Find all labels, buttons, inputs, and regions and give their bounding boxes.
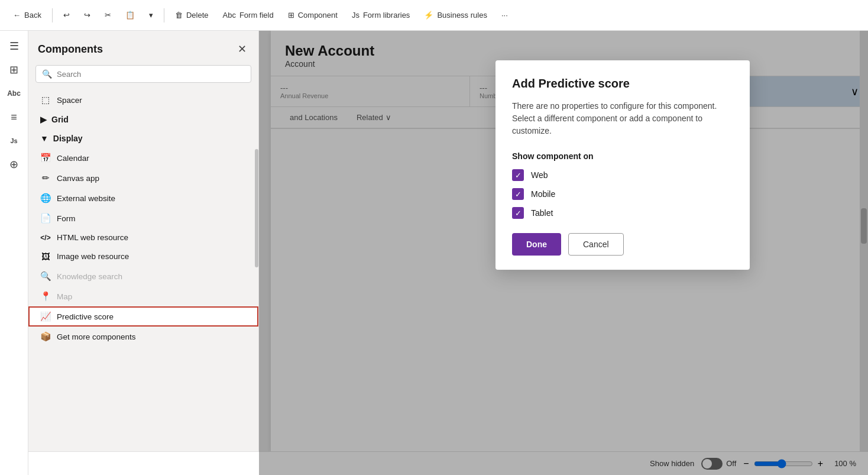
delete-icon: 🗑 [175, 11, 183, 20]
form-libraries-label: Form libraries [363, 11, 410, 20]
delete-button[interactable]: 🗑 Delete [169, 7, 215, 23]
sidebar-group-display[interactable]: ▼ Display [28, 129, 258, 148]
sidebar-item-map[interactable]: 📍 Map [28, 286, 258, 306]
cut-icon: ✂ [105, 11, 111, 20]
undo-icon: ↩ [63, 11, 70, 20]
search-icon: 🔍 [42, 69, 52, 79]
image-icon: 🖼 [40, 251, 51, 261]
sidebar-close-button[interactable]: ✕ [235, 40, 249, 58]
sidebar-item-get-more-label: Get more components [57, 332, 136, 341]
component-label: Component [298, 11, 338, 20]
toolbar: ← Back ↩ ↪ ✂ 📋 ▾ 🗑 Delete Abc Form field… [0, 0, 868, 31]
sidebar-search-container: 🔍 [35, 65, 251, 83]
dialog-actions: Done Cancel [512, 233, 733, 256]
tablet-checkbox[interactable]: ✓ [512, 207, 524, 219]
done-button[interactable]: Done [512, 233, 561, 256]
back-label: Back [24, 11, 41, 20]
canvas-app-icon: ✏ [40, 173, 51, 183]
undo-button[interactable]: ↩ [57, 7, 76, 23]
nav-layers-button[interactable]: ≡ [4, 106, 25, 128]
back-button[interactable]: ← Back [7, 7, 47, 23]
add-predictive-score-dialog: Add Predictive score There are no proper… [495, 60, 750, 270]
sidebar-scroll-thumb [255, 149, 258, 267]
sidebar-grid-label: Grid [51, 115, 69, 124]
redo-button[interactable]: ↪ [78, 7, 96, 23]
chevron-down-icon: ▾ [149, 11, 153, 20]
spacer-icon: ⬚ [40, 95, 51, 105]
html-icon: </> [40, 234, 51, 242]
component-icon: ⊞ [288, 11, 294, 20]
overflow-menu-button[interactable]: ··· [495, 7, 514, 23]
main-layout: ☰ ⊞ Abc ≡ Js ⊕ Components ✕ 🔍 ⬚ Spacer ▶… [0, 31, 868, 475]
overflow-icon: ··· [501, 11, 508, 20]
sidebar-item-canvas-app-label: Canvas app [57, 174, 99, 183]
sidebar-item-form-label: Form [57, 214, 76, 223]
tablet-check-icon: ✓ [515, 209, 522, 218]
sidebar-item-html-label: HTML web resource [57, 233, 128, 242]
web-checkbox[interactable]: ✓ [512, 169, 524, 181]
form-libraries-icon: Js [352, 11, 359, 20]
sidebar-group-grid[interactable]: ▶ Grid [28, 110, 258, 129]
sidebar-header: Components ✕ [28, 31, 258, 65]
sidebar-item-external-website[interactable]: 🌐 External website [28, 188, 258, 208]
web-label: Web [531, 170, 548, 180]
nav-connect-button[interactable]: ⊕ [4, 154, 25, 175]
toolbar-separator-2 [164, 8, 164, 22]
dialog-title: Add Predictive score [512, 77, 733, 91]
redo-icon: ↪ [84, 11, 90, 20]
form-libraries-button[interactable]: Js Form libraries [346, 7, 416, 23]
dialog-overlay: Add Predictive score There are no proper… [259, 31, 868, 475]
business-rules-icon: ⚡ [424, 11, 433, 20]
canvas-area: New Account Account --- Annual Revenue -… [259, 31, 868, 475]
sidebar-item-knowledge-search[interactable]: 🔍 Knowledge search [28, 266, 258, 286]
nav-js-button[interactable]: Js [4, 130, 25, 151]
calendar-icon: 📅 [40, 153, 51, 163]
sidebar-item-spacer[interactable]: ⬚ Spacer [28, 90, 258, 110]
search-input[interactable] [57, 70, 245, 79]
tablet-label: Tablet [531, 208, 553, 218]
chevron-right-icon: ▶ [40, 115, 47, 124]
form-field-button[interactable]: Abc Form field [216, 7, 279, 23]
sidebar-title: Components [38, 43, 103, 56]
nav-grid-button[interactable]: ⊞ [4, 59, 25, 80]
show-component-on-label: Show component on [512, 151, 733, 161]
sidebar-item-map-label: Map [57, 292, 72, 301]
business-rules-button[interactable]: ⚡ Business rules [418, 7, 493, 23]
components-sidebar: Components ✕ 🔍 ⬚ Spacer ▶ Grid ▼ Display [28, 31, 259, 475]
form-icon: 📄 [40, 213, 51, 224]
cancel-button[interactable]: Cancel [568, 233, 624, 256]
sidebar-item-image-label: Image web resource [57, 252, 129, 261]
external-website-icon: 🌐 [40, 193, 51, 203]
cut-button[interactable]: ✂ [99, 7, 117, 23]
nav-text-button[interactable]: Abc [4, 83, 25, 104]
left-nav: ☰ ⊞ Abc ≡ Js ⊕ [0, 31, 28, 475]
web-check-icon: ✓ [515, 171, 522, 180]
sidebar-item-calendar-label: Calendar [57, 154, 89, 163]
sidebar-item-get-more[interactable]: 📦 Get more components [28, 327, 258, 347]
chevron-down-icon: ▼ [40, 134, 48, 143]
sidebar-item-spacer-label: Spacer [57, 96, 82, 105]
sidebar-item-canvas-app[interactable]: ✏ Canvas app [28, 168, 258, 188]
sidebar-item-form[interactable]: 📄 Form [28, 208, 258, 228]
map-icon: 📍 [40, 291, 51, 302]
nav-hamburger-button[interactable]: ☰ [4, 35, 25, 57]
form-field-icon: Abc [222, 11, 235, 20]
knowledge-search-icon: 🔍 [40, 271, 51, 282]
back-arrow-icon: ← [13, 11, 21, 20]
toolbar-separator-1 [52, 8, 53, 22]
mobile-checkbox[interactable]: ✓ [512, 188, 524, 200]
get-more-icon: 📦 [40, 331, 51, 342]
more-dropdown-button[interactable]: ▾ [143, 7, 159, 23]
component-button[interactable]: ⊞ Component [282, 7, 344, 23]
sidebar-item-calendar[interactable]: 📅 Calendar [28, 148, 258, 168]
delete-label: Delete [186, 11, 209, 20]
sidebar-list: ⬚ Spacer ▶ Grid ▼ Display 📅 Calendar ✏ C… [28, 90, 258, 475]
checkbox-row-mobile: ✓ Mobile [512, 188, 733, 200]
mobile-check-icon: ✓ [515, 190, 522, 199]
sidebar-display-label: Display [53, 134, 83, 143]
sidebar-item-predictive-score[interactable]: 📈 Predictive score [28, 306, 258, 327]
sidebar-item-image-web-resource[interactable]: 🖼 Image web resource [28, 247, 258, 266]
business-rules-label: Business rules [437, 11, 487, 20]
paste-button[interactable]: 📋 [119, 7, 141, 23]
sidebar-item-html-web-resource[interactable]: </> HTML web resource [28, 228, 258, 247]
